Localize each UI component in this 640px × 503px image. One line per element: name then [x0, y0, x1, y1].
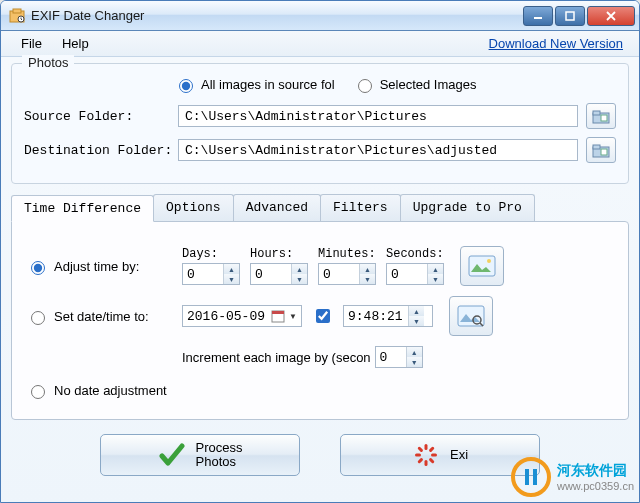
down-arrow-icon[interactable]: ▼ [292, 274, 307, 284]
process-photos-button[interactable]: Process Photos [100, 434, 300, 476]
svg-rect-20 [431, 454, 437, 457]
radio-selected-images-input[interactable] [358, 79, 372, 93]
up-arrow-icon[interactable]: ▲ [428, 264, 443, 274]
up-arrow-icon[interactable]: ▲ [292, 264, 307, 274]
down-arrow-icon[interactable]: ▼ [428, 274, 443, 284]
days-spinner[interactable]: ▲▼ [182, 263, 240, 285]
process-button-label: Process Photos [196, 441, 243, 470]
folder-icon [592, 142, 610, 158]
time-spinner[interactable]: ▲▼ [343, 305, 433, 327]
preview-setdate-button[interactable] [449, 296, 493, 336]
svg-rect-5 [593, 111, 600, 115]
tab-upgrade[interactable]: Upgrade to Pro [400, 194, 535, 221]
down-arrow-icon[interactable]: ▼ [224, 274, 239, 284]
radio-adjust-time[interactable]: Adjust time by: [26, 258, 182, 275]
radio-all-images[interactable]: All images in source fol [174, 76, 335, 93]
tab-time-difference[interactable]: Time Difference [11, 195, 154, 222]
tab-strip: Time Difference Options Advanced Filters… [11, 194, 629, 221]
radio-no-adjust[interactable]: No date adjustment [26, 382, 167, 399]
adjust-time-label: Adjust time by: [54, 259, 139, 274]
no-adjust-label: No date adjustment [54, 383, 167, 398]
hours-spinner[interactable]: ▲▼ [250, 263, 308, 285]
date-picker[interactable]: 2016-05-09 ▼ [182, 305, 302, 327]
up-arrow-icon[interactable]: ▲ [360, 264, 375, 274]
svg-rect-23 [417, 457, 423, 463]
photos-legend: Photos [22, 55, 74, 70]
seconds-input[interactable] [387, 264, 427, 284]
days-header: Days: [182, 247, 240, 261]
svg-rect-10 [469, 256, 495, 276]
menubar: File Help Download New Version [1, 31, 639, 57]
svg-rect-19 [428, 446, 434, 452]
close-button[interactable] [587, 6, 635, 26]
download-new-version-link[interactable]: Download New Version [489, 36, 629, 51]
radio-adjust-time-input[interactable] [31, 261, 45, 275]
source-folder-label: Source Folder: [24, 109, 178, 124]
svg-rect-8 [593, 145, 600, 149]
increment-spinner[interactable]: ▲▼ [375, 346, 423, 368]
loading-icon [412, 441, 440, 469]
time-enable-checkbox[interactable] [316, 309, 330, 323]
increment-input[interactable] [376, 347, 406, 367]
radio-all-images-label: All images in source fol [201, 77, 335, 92]
radio-set-datetime[interactable]: Set date/time to: [26, 308, 182, 325]
down-arrow-icon[interactable]: ▼ [407, 357, 422, 367]
radio-no-adjust-input[interactable] [31, 385, 45, 399]
maximize-button[interactable] [555, 6, 585, 26]
svg-rect-13 [272, 311, 284, 314]
up-arrow-icon[interactable]: ▲ [224, 264, 239, 274]
window-title: EXIF Date Changer [31, 8, 523, 23]
radio-selected-images-label: Selected Images [380, 77, 477, 92]
days-input[interactable] [183, 264, 223, 284]
menu-help[interactable]: Help [52, 32, 99, 55]
svg-rect-9 [601, 149, 607, 155]
tab-body-time-difference: Adjust time by: Days: ▲▼ Hours: [11, 221, 629, 420]
up-arrow-icon[interactable]: ▲ [407, 347, 422, 357]
tab-filters[interactable]: Filters [320, 194, 401, 221]
date-value: 2016-05-09 [187, 309, 265, 324]
dest-folder-input[interactable] [178, 139, 578, 161]
preview-adjust-button[interactable] [460, 246, 504, 286]
photo-icon [468, 255, 496, 277]
hours-input[interactable] [251, 264, 291, 284]
svg-rect-21 [428, 457, 434, 463]
svg-rect-3 [566, 12, 574, 20]
down-arrow-icon[interactable]: ▼ [409, 316, 424, 326]
radio-all-images-input[interactable] [179, 79, 193, 93]
svg-rect-25 [417, 446, 423, 452]
seconds-spinner[interactable]: ▲▼ [386, 263, 444, 285]
tab-options[interactable]: Options [153, 194, 234, 221]
radio-selected-images[interactable]: Selected Images [353, 76, 477, 93]
svg-rect-6 [601, 115, 607, 121]
hours-header: Hours: [250, 247, 308, 261]
up-arrow-icon[interactable]: ▲ [409, 306, 424, 316]
increment-label: Increment each image by (secon [182, 350, 371, 365]
svg-rect-18 [424, 444, 427, 450]
dropdown-icon[interactable]: ▼ [289, 312, 297, 321]
photo-search-icon [457, 305, 485, 327]
browse-dest-button[interactable] [586, 137, 616, 163]
time-enable-check[interactable] [312, 306, 333, 326]
svg-point-11 [487, 259, 491, 263]
minutes-spinner[interactable]: ▲▼ [318, 263, 376, 285]
folder-icon [592, 108, 610, 124]
app-icon [9, 8, 25, 24]
set-datetime-label: Set date/time to: [54, 309, 149, 324]
source-folder-input[interactable] [178, 105, 578, 127]
exit-button-label: Exi [450, 448, 468, 462]
time-input[interactable] [344, 306, 408, 326]
exit-button[interactable]: Exi [340, 434, 540, 476]
calendar-icon[interactable] [271, 309, 285, 323]
down-arrow-icon[interactable]: ▼ [360, 274, 375, 284]
browse-source-button[interactable] [586, 103, 616, 129]
dest-folder-label: Destination Folder: [24, 143, 178, 158]
radio-set-datetime-input[interactable] [31, 311, 45, 325]
minutes-input[interactable] [319, 264, 359, 284]
minimize-button[interactable] [523, 6, 553, 26]
photos-group: Photos All images in source fol Selected… [11, 63, 629, 184]
minutes-header: Minutes: [318, 247, 376, 261]
svg-rect-22 [424, 460, 427, 466]
tab-advanced[interactable]: Advanced [233, 194, 321, 221]
seconds-header: Seconds: [386, 247, 444, 261]
menu-file[interactable]: File [11, 32, 52, 55]
